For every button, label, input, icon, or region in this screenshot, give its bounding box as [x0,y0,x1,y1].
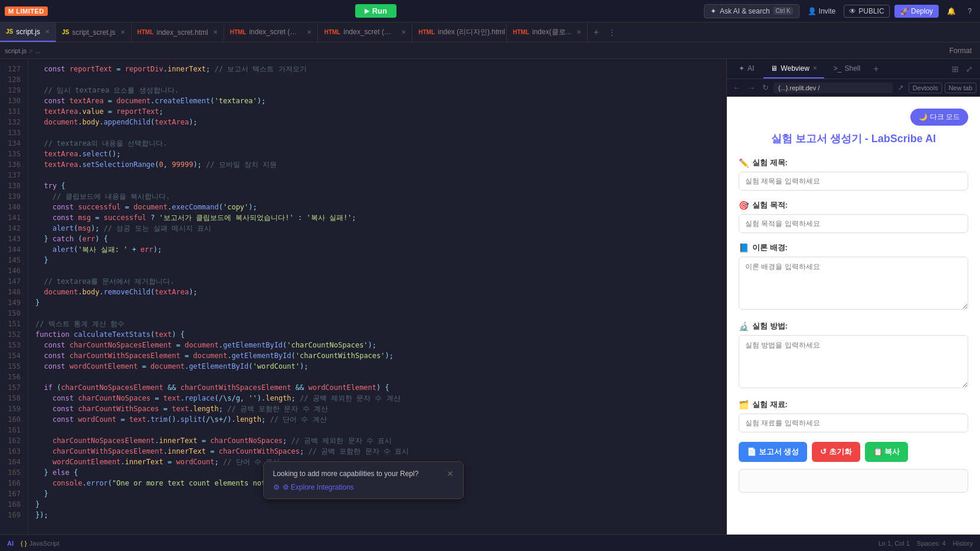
expand-button[interactable]: ⤢ [963,63,975,75]
tab-index-scret-analytics1[interactable]: HTML index_scret (에널리스틱스_S... ✕ [224,22,319,42]
statusbar: AI { } JavaScript Ln 1, Col 1 Spaces: 4 … [0,534,980,551]
form-label-title: ✏️ 실험 제목: [739,158,968,168]
tab-index-scret-analytics2[interactable]: HTML index_scret (에널리스틱스_S... ✕ [318,22,412,42]
new-tab-browser-button[interactable]: New tab [945,83,976,93]
tab-webview[interactable]: 🖥 Webview ✕ [763,59,824,78]
folder-icon: 🗂️ [739,400,749,409]
notification-button[interactable]: 🔔 [943,5,959,17]
dark-mode-button[interactable]: 🌙 다크 모드 [910,109,968,126]
close-tab-icon[interactable]: ✕ [307,29,312,35]
tab-shell[interactable]: >_ Shell [827,59,867,78]
line-numbers: 127128129130131 132133134135136 13713813… [0,59,28,534]
open-external-button[interactable]: ↗ [895,82,906,93]
experiment-method-input[interactable] [739,335,968,388]
breadcrumb-file: script.js [5,47,27,54]
deploy-button[interactable]: 🚀 Deploy [894,5,939,18]
close-tab-icon[interactable]: ✕ [120,29,125,35]
ask-ai-label: Ask AI & search [720,7,770,15]
tab-ai[interactable]: ✦ AI [732,59,761,78]
add-right-tab-button[interactable]: + [870,64,882,74]
ai-icon: ✦ [739,64,745,73]
ask-ai-button[interactable]: ✦ Ask AI & search Ctrl K [704,4,799,18]
editor-tabbar: JS script.js ✕ JS script_scret.js ✕ HTML… [0,22,980,42]
breadcrumb: script.js > ... [5,47,946,54]
right-tabbar: ✦ AI 🖥 Webview ✕ >_ Shell + ⊞ ⤢ [727,59,980,79]
statusbar-position: Ln 1, Col 1 [879,540,910,547]
editor-panel: 127128129130131 132133134135136 13713813… [0,59,726,534]
js-file-icon: JS [6,28,13,35]
close-tab-icon[interactable]: ✕ [401,29,406,35]
html-file-icon: HTML [418,29,435,35]
explore-integrations-link[interactable]: ⚙ ⚙ Explore Integrations [273,483,454,491]
form-section-theory: 📘 이론 배경: [739,242,968,311]
monitor-icon: 🖥 [771,64,778,73]
toast-notification: Looking to add more capabilities to your… [263,461,464,499]
secondary-bar: script.js > ... Format [0,42,980,59]
url-input[interactable] [773,83,893,93]
invite-button[interactable]: 👤 Invite [804,5,840,17]
gear-icon: ⚙ [273,483,280,491]
toast-close-button[interactable]: ✕ [447,469,454,478]
tab-index-clo[interactable]: HTML index(클로... ✕ [507,22,587,42]
copy-button[interactable]: 📋 복사 [865,442,909,462]
topbar: M LIMITED Run ✦ Ask AI & search Ctrl K 👤… [0,0,980,22]
rocket-icon: 🚀 [900,7,909,15]
add-tab-button[interactable]: + [588,27,605,38]
generate-report-button[interactable]: 📄 보고서 생성 [739,442,807,462]
close-tab-icon[interactable]: ✕ [213,29,218,35]
form-section-purpose: 🎯 실험 목적: [739,200,968,233]
back-button[interactable]: ← [730,82,743,93]
help-button[interactable]: ? [964,5,975,17]
eye-icon: 👁 [849,7,856,15]
close-tab-icon[interactable]: ✕ [45,28,50,35]
experiment-materials-input[interactable] [739,414,968,432]
form-label-materials: 🗂️ 실험 재료: [739,399,968,410]
terminal-icon: >_ [834,64,842,73]
browser-nav-bar: ← → ↻ ↗ Devtools New tab [727,79,980,97]
ai-sparkle-icon: ✦ [710,7,716,15]
refresh-button[interactable]: ↻ [760,82,771,93]
person-icon: 👤 [808,7,817,15]
theory-background-input[interactable] [739,257,968,310]
close-tab-icon[interactable]: ✕ [576,29,581,35]
form-label-purpose: 🎯 실험 목적: [739,200,968,211]
keyboard-shortcut: Ctrl K [773,7,793,15]
form-title: 실험 보고서 생성기 - LabScribe AI [739,132,968,146]
breadcrumb-path: ... [35,47,41,54]
html-file-icon: HTML [137,29,154,35]
form-label-method: 🔬 실험 방법: [739,321,968,332]
statusbar-ai-label: AI [7,540,14,547]
tab-index-redesign[interactable]: HTML index (리디자인).html ✕ [412,22,507,42]
tab-script-js[interactable]: JS script.js ✕ [0,22,56,42]
close-webview-icon[interactable]: ✕ [812,65,817,71]
form-section-method: 🔬 실험 방법: [739,321,968,390]
html-file-icon: HTML [513,29,529,35]
js-lang-icon: { } [21,540,27,547]
html-file-icon: HTML [230,29,247,35]
form-buttons: 📄 보고서 생성 ↺ 초기화 📋 복사 [739,442,968,462]
more-tabs-button[interactable]: ⋮ [605,28,620,37]
format-button[interactable]: Format [946,45,975,56]
target-icon: 🎯 [739,201,749,210]
right-panel: ✦ AI 🖥 Webview ✕ >_ Shell + ⊞ ⤢ ← → ↻ ↗ [726,59,980,534]
toast-message: Looking to add more capabilities to your… [273,470,419,478]
output-area [739,469,968,493]
run-button[interactable]: Run [355,4,396,18]
reset-button[interactable]: ↺ 초기화 [812,442,860,462]
js-file-icon: JS [62,29,69,35]
brand-badge: M LIMITED [5,6,48,16]
public-button[interactable]: 👁 PUBLIC [844,5,889,18]
form-section-materials: 🗂️ 실험 재료: [739,399,968,432]
tab-index-scret-html[interactable]: HTML index_scret.html ✕ [132,22,224,42]
form-section-title: ✏️ 실험 제목: [739,158,968,191]
forward-button[interactable]: → [745,82,758,93]
pencil-icon: ✏️ [739,158,749,168]
sidebar-toggle-button[interactable]: ⊞ [949,63,961,75]
experiment-title-input[interactable] [739,172,968,191]
book-icon: 📘 [739,243,749,252]
experiment-purpose-input[interactable] [739,214,968,233]
statusbar-language: { } JavaScript [21,540,60,547]
devtools-button[interactable]: Devtools [909,83,942,93]
webview-content: 🌙 다크 모드 실험 보고서 생성기 - LabScribe AI ✏️ 실험 … [727,97,980,534]
tab-script-scret[interactable]: JS script_scret.js ✕ [56,22,132,42]
